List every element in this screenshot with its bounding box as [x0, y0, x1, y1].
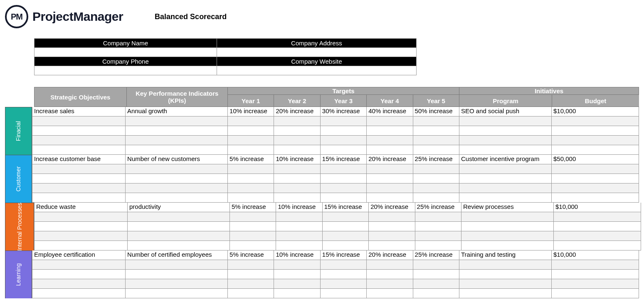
- table-row[interactable]: [32, 126, 639, 136]
- table-row[interactable]: [32, 260, 639, 270]
- cell-program[interactable]: [461, 222, 554, 231]
- cell-year3[interactable]: [321, 193, 367, 203]
- cell-program[interactable]: [461, 241, 554, 250]
- cell-budget[interactable]: [552, 136, 639, 145]
- cell-objective[interactable]: Increase sales: [32, 107, 126, 117]
- cell-year4[interactable]: [367, 289, 413, 298]
- cell-year2[interactable]: [274, 279, 320, 289]
- company-phone-input[interactable]: [35, 66, 217, 75]
- cell-year5[interactable]: [413, 270, 459, 279]
- cell-program[interactable]: Training and testing: [459, 250, 552, 260]
- cell-year4[interactable]: 20% increase: [367, 155, 413, 164]
- cell-year1[interactable]: [230, 231, 276, 241]
- cell-kpi[interactable]: Number of certified employees: [126, 250, 228, 260]
- cell-budget[interactable]: [552, 164, 639, 174]
- cell-year2[interactable]: [274, 260, 320, 270]
- cell-year4[interactable]: [367, 183, 413, 193]
- cell-year2[interactable]: [274, 289, 320, 298]
- company-address-input[interactable]: [217, 48, 416, 57]
- cell-year2[interactable]: [274, 145, 320, 155]
- cell-year5[interactable]: [415, 212, 461, 222]
- cell-program[interactable]: [461, 212, 554, 222]
- cell-year5[interactable]: [413, 126, 459, 136]
- cell-objective[interactable]: [32, 289, 126, 298]
- cell-objective[interactable]: [32, 117, 126, 126]
- cell-kpi[interactable]: [126, 260, 228, 270]
- table-row[interactable]: [32, 145, 639, 155]
- cell-program[interactable]: [459, 193, 552, 203]
- cell-kpi[interactable]: [126, 183, 228, 193]
- cell-program[interactable]: Customer incentive program: [459, 155, 552, 164]
- cell-year1[interactable]: 5% increase: [228, 155, 274, 164]
- cell-year4[interactable]: [367, 174, 413, 183]
- cell-year5[interactable]: [413, 117, 459, 126]
- cell-year4[interactable]: [369, 241, 415, 250]
- cell-budget[interactable]: $10,000: [552, 250, 639, 260]
- cell-kpi[interactable]: [128, 241, 230, 250]
- cell-objective[interactable]: [32, 145, 126, 155]
- cell-year2[interactable]: [276, 241, 322, 250]
- cell-year3[interactable]: 30% increase: [321, 107, 367, 117]
- cell-year5[interactable]: [413, 193, 459, 203]
- cell-year4[interactable]: [367, 136, 413, 145]
- cell-objective[interactable]: [32, 174, 126, 183]
- cell-year4[interactable]: 20% increase: [367, 250, 413, 260]
- cell-objective[interactable]: [32, 260, 126, 270]
- cell-objective[interactable]: Increase customer base: [32, 155, 126, 164]
- table-row[interactable]: [34, 241, 641, 250]
- cell-year1[interactable]: [228, 136, 274, 145]
- cell-year1[interactable]: [228, 117, 274, 126]
- cell-year4[interactable]: [367, 279, 413, 289]
- cell-year3[interactable]: [323, 222, 369, 231]
- cell-year3[interactable]: [323, 212, 369, 222]
- cell-objective[interactable]: [34, 212, 128, 222]
- cell-year2[interactable]: [274, 126, 320, 136]
- cell-objective[interactable]: [32, 136, 126, 145]
- cell-year1[interactable]: [230, 241, 276, 250]
- cell-year2[interactable]: 20% increase: [274, 107, 320, 117]
- cell-kpi[interactable]: Number of new customers: [126, 155, 228, 164]
- cell-objective[interactable]: Employee certification: [32, 250, 126, 260]
- cell-year5[interactable]: [413, 279, 459, 289]
- cell-budget[interactable]: [552, 117, 639, 126]
- cell-year1[interactable]: [230, 212, 276, 222]
- cell-year1[interactable]: 5% increase: [228, 250, 274, 260]
- cell-budget[interactable]: [554, 241, 641, 250]
- cell-program[interactable]: [461, 231, 554, 241]
- table-row[interactable]: [32, 183, 639, 193]
- cell-year3[interactable]: [321, 117, 367, 126]
- cell-objective[interactable]: [32, 164, 126, 174]
- cell-year4[interactable]: [367, 260, 413, 270]
- cell-budget[interactable]: [552, 126, 639, 136]
- table-row[interactable]: [32, 164, 639, 174]
- cell-year5[interactable]: 50% increase: [413, 107, 459, 117]
- table-row[interactable]: [32, 193, 639, 203]
- cell-year4[interactable]: [367, 145, 413, 155]
- table-row[interactable]: [32, 279, 639, 289]
- table-row[interactable]: [34, 222, 641, 231]
- cell-budget[interactable]: [552, 279, 639, 289]
- cell-objective[interactable]: Reduce waste: [34, 203, 128, 212]
- cell-kpi[interactable]: [126, 279, 228, 289]
- cell-kpi[interactable]: [126, 145, 228, 155]
- cell-program[interactable]: [459, 164, 552, 174]
- cell-program[interactable]: [459, 117, 552, 126]
- cell-objective[interactable]: [32, 279, 126, 289]
- cell-program[interactable]: [459, 270, 552, 279]
- cell-year3[interactable]: [321, 164, 367, 174]
- cell-year4[interactable]: [369, 231, 415, 241]
- cell-program[interactable]: [459, 260, 552, 270]
- cell-budget[interactable]: [552, 270, 639, 279]
- cell-year1[interactable]: [228, 183, 274, 193]
- cell-program[interactable]: Review processes: [461, 203, 554, 212]
- cell-year5[interactable]: [413, 174, 459, 183]
- cell-budget[interactable]: [554, 231, 641, 241]
- cell-year2[interactable]: [274, 117, 320, 126]
- cell-year1[interactable]: [228, 145, 274, 155]
- cell-year1[interactable]: [230, 222, 276, 231]
- cell-year3[interactable]: 15% increase: [323, 203, 369, 212]
- cell-year4[interactable]: [367, 117, 413, 126]
- cell-year5[interactable]: [413, 289, 459, 298]
- cell-year2[interactable]: 10% increase: [274, 155, 320, 164]
- table-row[interactable]: Reduce wasteproductivity5% increase10% i…: [34, 203, 641, 212]
